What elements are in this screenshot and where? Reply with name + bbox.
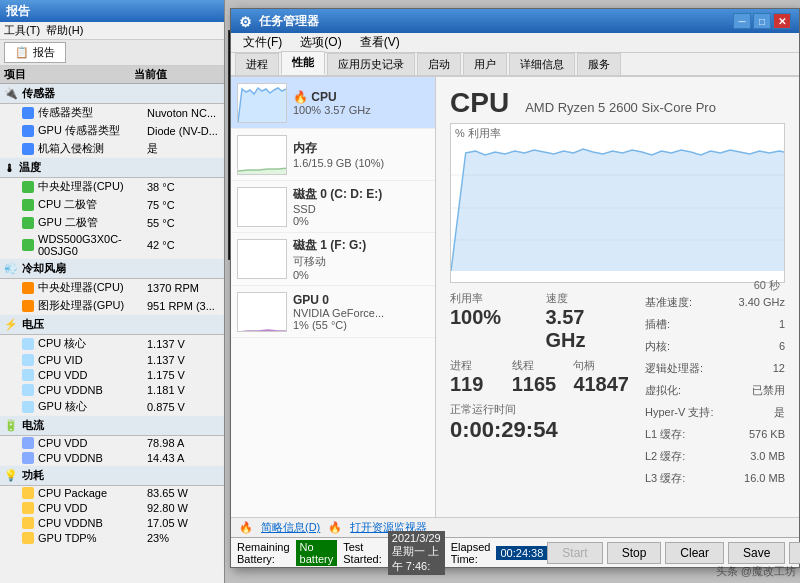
sensor-value: 0.875 V [147,401,220,413]
col-header-name: 项目 [4,67,134,82]
tab-users[interactable]: 用户 [463,53,507,75]
sensor-name: CPU VDD [38,502,143,514]
cat-voltage-icon: ⚡ [4,318,18,331]
logical-value: 12 [773,357,785,379]
sensor-value: 55 °C [147,217,220,229]
l3-value: 16.0 MB [744,467,785,489]
hwinfo-window: 报告 工具(T) 帮助(H) 📋 报告 项目 当前值 🔌 传感器 传感器类型 N… [0,0,225,583]
sidebar-item-memory[interactable]: 内存 1.6/15.9 GB (10%) [231,129,435,181]
sensor-name: CPU VDDNB [38,384,143,396]
tab-processes[interactable]: 进程 [235,53,279,75]
system-info-right: 基准速度: 3.40 GHz 插槽: 1 内核: 6 逻辑处理器: 12 [645,291,785,489]
detail-cpu-subtitle: AMD Ryzen 5 2600 Six-Core Pro [525,100,716,115]
hwinfo-menubar[interactable]: 工具(T) 帮助(H) [0,22,224,40]
tab-performance[interactable]: 性能 [281,51,325,75]
cores-label: 内核: [645,335,670,357]
cores-row: 内核: 6 [645,335,785,357]
tab-startup[interactable]: 启动 [417,53,461,75]
menu-options[interactable]: 选项(O) [292,32,349,53]
sensor-value: 1.137 V [147,338,220,350]
elapsed-label: Elapsed Time: [451,541,491,565]
l1-value: 576 KB [749,423,785,445]
slots-row: 插槽: 1 [645,313,785,335]
sensor-value: 17.05 W [147,517,220,529]
disk1-item-detail: 可移动0% [293,254,429,281]
cat-voltage-label: 电压 [22,317,44,332]
l2-label: L2 缓存: [645,445,685,467]
start-button[interactable]: Start [547,542,602,564]
taskmgr-tabs[interactable]: 进程 性能 应用历史记录 启动 用户 详细信息 服务 [231,53,799,77]
disk1-info: 磁盘 1 (F: G:) 可移动0% [293,237,429,281]
sidebar-item-cpu[interactable]: 🔥 CPU 100% 3.57 GHz [231,77,435,129]
sensor-name: CPU VID [38,354,143,366]
cat-power: 💡 功耗 [0,466,224,486]
cat-temp-icon: 🌡 [4,162,15,174]
sensor-row: 图形处理器(GPU) 951 RPM (3... [0,297,224,315]
hwinfo-sensor-rows: 🔌 传感器 传感器类型 Nuvoton NC... GPU 传感器类型 Diod… [0,84,224,577]
cpu-detail-panel: CPU AMD Ryzen 5 2600 Six-Core Pro % 利用率 … [436,77,799,535]
tab-details[interactable]: 详细信息 [509,53,575,75]
col-header-value: 当前值 [134,67,220,82]
disk1-item-name: 磁盘 1 (F: G:) [293,237,429,254]
sensor-name: CPU VDDNB [38,452,143,464]
tab-app-history[interactable]: 应用历史记录 [327,53,415,75]
logical-label: 逻辑处理器: [645,357,703,379]
virt-row: 虚拟化: 已禁用 [645,379,785,401]
sensor-value: 1.181 V [147,384,220,396]
gpu-info: GPU 0 NVIDIA GeForce...1% (55 °C) [293,293,429,331]
tab-services[interactable]: 服务 [577,53,621,75]
sidebar-item-gpu[interactable]: GPU 0 NVIDIA GeForce...1% (55 °C) [231,286,435,338]
sensor-row: 中央处理器(CPU) 38 °C [0,178,224,196]
cat-voltage: ⚡ 电压 [0,315,224,335]
l2-row: L2 缓存: 3.0 MB [645,445,785,467]
speed-value: 3.57 GHz [546,306,630,352]
disk1-thumbnail [237,239,287,279]
sensor-row: 机箱入侵检测 是 [0,140,224,158]
sensor-row: CPU VID 1.137 V [0,353,224,368]
sidebar-item-disk1[interactable]: 磁盘 1 (F: G:) 可移动0% [231,233,435,286]
sensor-row: CPU VDDNB 17.05 W [0,516,224,531]
threads-value: 1165 [512,373,566,396]
save-button[interactable]: Save [728,542,785,564]
taskmgr-menubar[interactable]: 文件(F) 选项(O) 查看(V) [231,33,799,53]
minimize-button[interactable]: ─ [733,13,751,29]
window-controls[interactable]: ─ □ ✕ [733,13,791,29]
l1-label: L1 缓存: [645,423,685,445]
test-started-label: Test Started: [343,541,382,565]
performance-sidebar[interactable]: 🔥 CPU 100% 3.57 GHz 内存 1.6/ [231,77,436,535]
cat-current: 🔋 电流 [0,416,224,436]
stop-button[interactable]: Stop [607,542,662,564]
sidebar-item-disk0[interactable]: 磁盘 0 (C: D: E:) SSD0% [231,181,435,233]
cpu-thumbnail [237,83,287,123]
close-button[interactable]: ✕ [773,13,791,29]
remaining-label: Remaining Battery: [237,541,290,565]
detail-header: CPU AMD Ryzen 5 2600 Six-Core Pro [450,87,785,119]
action-buttons[interactable]: Start Stop Clear Save CPUID Preferences … [547,542,800,564]
menu-file[interactable]: 文件(F) [235,32,290,53]
hwinfo-column-headers: 项目 当前值 [0,66,224,84]
hwinfo-menu-tools[interactable]: 工具(T) [4,23,40,38]
svg-rect-17 [238,240,287,279]
sensor-row: WDS500G3X0C-00SJG0 42 °C [0,232,224,259]
clear-button[interactable]: Clear [665,542,724,564]
report-label: 报告 [33,45,55,60]
cpuid-button[interactable]: CPUID [789,542,800,564]
sensor-name: 中央处理器(CPU) [38,179,143,194]
graph-time-label: 60 秒 [451,276,784,295]
report-icon: 📋 [15,46,29,59]
sensor-name: GPU TDP% [38,532,143,544]
menu-view[interactable]: 查看(V) [352,32,408,53]
hwinfo-menu-help[interactable]: 帮助(H) [46,23,83,38]
hyperv-value: 是 [774,401,785,423]
sensor-icon [22,239,34,251]
report-button[interactable]: 📋 报告 [4,42,66,63]
disk0-info: 磁盘 0 (C: D: E:) SSD0% [293,186,429,227]
sensor-value: 75 °C [147,199,220,211]
sensor-row: GPU 传感器类型 Diode (NV-D... [0,122,224,140]
sensor-row: CPU VDDNB 14.43 A [0,451,224,466]
maximize-button[interactable]: □ [753,13,771,29]
cat-temp-label: 温度 [19,160,41,175]
sensor-icon [22,143,34,155]
disk0-thumbnail [237,187,287,227]
sensor-value: 23% [147,532,220,544]
